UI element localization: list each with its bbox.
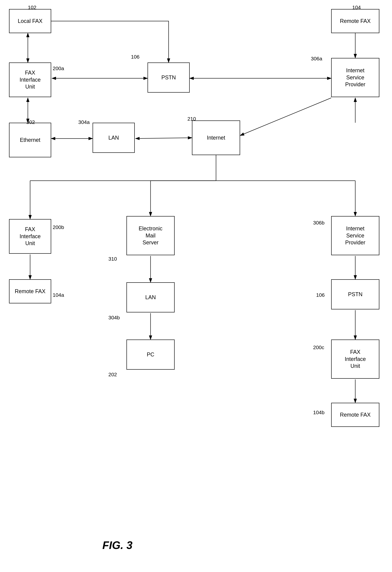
- label-104b: 104b: [313, 410, 325, 415]
- svg-line-9: [136, 138, 192, 139]
- pstn-top-box: PSTN: [148, 63, 190, 93]
- pc-202-box: PC: [126, 339, 175, 370]
- label-304b: 304b: [108, 315, 120, 320]
- label-210: 210: [188, 116, 196, 122]
- label-104a: 104a: [53, 292, 64, 298]
- lan-304a-label: LAN: [108, 134, 119, 141]
- remote-fax-104b-box: Remote FAX: [331, 403, 379, 427]
- label-306b: 306b: [313, 220, 325, 226]
- isp-306b-box: Internet Service Provider: [331, 216, 379, 255]
- pstn-106b-label: PSTN: [348, 291, 362, 298]
- label-310: 310: [108, 256, 117, 262]
- lan-304a-box: LAN: [93, 123, 135, 153]
- pstn-top-label: PSTN: [161, 74, 176, 81]
- ethernet-302-label: Ethernet: [20, 137, 40, 144]
- label-104: 104: [352, 4, 361, 10]
- label-302: 302: [26, 119, 35, 125]
- remote-fax-104a-box: Remote FAX: [9, 279, 51, 303]
- pc-202-label: PC: [147, 351, 154, 358]
- label-200c: 200c: [313, 345, 324, 350]
- isp-306a-box: Internet Service Provider: [331, 58, 379, 97]
- figure-label: FIG. 3: [102, 539, 132, 551]
- internet-210-box: Internet: [192, 120, 240, 155]
- ethernet-302-box: Ethernet: [9, 123, 51, 157]
- fax-iu-200b-box: FAX Interface Unit: [9, 219, 51, 254]
- fax-iu-200a-label: FAX Interface Unit: [20, 69, 41, 90]
- label-200b: 200b: [53, 224, 64, 230]
- diagram: Local FAX Remote FAX FAX Interface Unit …: [0, 0, 392, 572]
- lan-304b-box: LAN: [126, 282, 175, 312]
- label-106b: 106: [316, 292, 325, 298]
- label-306a: 306a: [311, 56, 322, 62]
- isp-306a-label: Internet Service Provider: [345, 67, 365, 88]
- fax-iu-200a-box: FAX Interface Unit: [9, 63, 51, 97]
- email-server-310-label: Electronic Mail Server: [139, 225, 162, 246]
- lan-304b-label: LAN: [145, 294, 156, 301]
- remote-fax-top-box: Remote FAX: [331, 9, 379, 33]
- fax-iu-200c-box: FAX Interface Unit: [331, 339, 379, 379]
- local-fax-label: Local FAX: [18, 18, 43, 25]
- label-202: 202: [108, 372, 117, 378]
- fax-iu-200b-label: FAX Interface Unit: [20, 226, 41, 247]
- label-106-top: 106: [131, 54, 140, 60]
- remote-fax-104b-label: Remote FAX: [340, 411, 371, 418]
- email-server-310-box: Electronic Mail Server: [126, 216, 175, 255]
- remote-fax-104a-label: Remote FAX: [15, 288, 46, 295]
- remote-fax-top-label: Remote FAX: [340, 18, 371, 25]
- pstn-106b-box: PSTN: [331, 279, 379, 309]
- fax-iu-200c-label: FAX Interface Unit: [345, 349, 366, 370]
- isp-306b-label: Internet Service Provider: [345, 225, 365, 246]
- local-fax-box: Local FAX: [9, 9, 51, 33]
- label-304a: 304a: [78, 119, 90, 125]
- label-200a: 200a: [53, 65, 64, 71]
- label-102: 102: [28, 4, 36, 10]
- internet-210-label: Internet: [207, 134, 225, 141]
- svg-line-10: [240, 98, 331, 136]
